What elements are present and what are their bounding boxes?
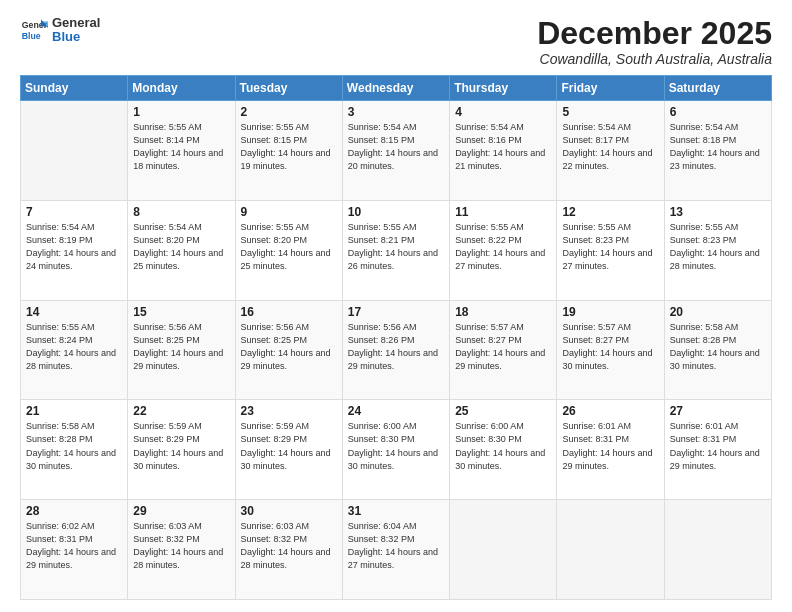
- day-number: 29: [133, 504, 229, 518]
- day-cell: 10 Sunrise: 5:55 AM Sunset: 8:21 PM Dayl…: [342, 200, 449, 300]
- day-cell: 25 Sunrise: 6:00 AM Sunset: 8:30 PM Dayl…: [450, 400, 557, 500]
- day-number: 20: [670, 305, 766, 319]
- day-number: 11: [455, 205, 551, 219]
- day-cell: 15 Sunrise: 5:56 AM Sunset: 8:25 PM Dayl…: [128, 300, 235, 400]
- sunset: Sunset: 8:15 PM: [348, 134, 444, 147]
- day-number: 2: [241, 105, 337, 119]
- sunrise: Sunrise: 6:00 AM: [348, 420, 444, 433]
- daylight: Daylight: 14 hours and 20 minutes.: [348, 147, 444, 173]
- day-info: Sunrise: 5:58 AM Sunset: 8:28 PM Dayligh…: [670, 321, 766, 373]
- day-info: Sunrise: 5:55 AM Sunset: 8:20 PM Dayligh…: [241, 221, 337, 273]
- daylight: Daylight: 14 hours and 28 minutes.: [241, 546, 337, 572]
- daylight: Daylight: 14 hours and 28 minutes.: [670, 247, 766, 273]
- sunset: Sunset: 8:32 PM: [133, 533, 229, 546]
- sunset: Sunset: 8:29 PM: [133, 433, 229, 446]
- day-cell: 23 Sunrise: 5:59 AM Sunset: 8:29 PM Dayl…: [235, 400, 342, 500]
- day-cell: 26 Sunrise: 6:01 AM Sunset: 8:31 PM Dayl…: [557, 400, 664, 500]
- day-cell: 17 Sunrise: 5:56 AM Sunset: 8:26 PM Dayl…: [342, 300, 449, 400]
- day-info: Sunrise: 6:02 AM Sunset: 8:31 PM Dayligh…: [26, 520, 122, 572]
- daylight: Daylight: 14 hours and 29 minutes.: [562, 447, 658, 473]
- day-cell: 28 Sunrise: 6:02 AM Sunset: 8:31 PM Dayl…: [21, 500, 128, 600]
- day-cell: 11 Sunrise: 5:55 AM Sunset: 8:22 PM Dayl…: [450, 200, 557, 300]
- day-cell: 13 Sunrise: 5:55 AM Sunset: 8:23 PM Dayl…: [664, 200, 771, 300]
- day-info: Sunrise: 5:56 AM Sunset: 8:25 PM Dayligh…: [133, 321, 229, 373]
- day-cell: 1 Sunrise: 5:55 AM Sunset: 8:14 PM Dayli…: [128, 101, 235, 201]
- daylight: Daylight: 14 hours and 23 minutes.: [670, 147, 766, 173]
- page: General Blue General Blue December 2025 …: [0, 0, 792, 612]
- day-info: Sunrise: 5:55 AM Sunset: 8:14 PM Dayligh…: [133, 121, 229, 173]
- daylight: Daylight: 14 hours and 28 minutes.: [26, 347, 122, 373]
- sunset: Sunset: 8:31 PM: [562, 433, 658, 446]
- week-row-4: 21 Sunrise: 5:58 AM Sunset: 8:28 PM Dayl…: [21, 400, 772, 500]
- day-number: 24: [348, 404, 444, 418]
- day-number: 26: [562, 404, 658, 418]
- sunrise: Sunrise: 5:55 AM: [670, 221, 766, 234]
- sunset: Sunset: 8:20 PM: [133, 234, 229, 247]
- main-title: December 2025: [537, 16, 772, 51]
- header: General Blue General Blue December 2025 …: [20, 16, 772, 67]
- sunset: Sunset: 8:30 PM: [455, 433, 551, 446]
- day-number: 17: [348, 305, 444, 319]
- weekday-header-row: SundayMondayTuesdayWednesdayThursdayFrid…: [21, 76, 772, 101]
- day-number: 31: [348, 504, 444, 518]
- day-cell: 2 Sunrise: 5:55 AM Sunset: 8:15 PM Dayli…: [235, 101, 342, 201]
- day-cell: 8 Sunrise: 5:54 AM Sunset: 8:20 PM Dayli…: [128, 200, 235, 300]
- sunset: Sunset: 8:22 PM: [455, 234, 551, 247]
- day-number: 9: [241, 205, 337, 219]
- sunrise: Sunrise: 5:55 AM: [241, 221, 337, 234]
- day-info: Sunrise: 5:54 AM Sunset: 8:17 PM Dayligh…: [562, 121, 658, 173]
- logo-icon: General Blue: [20, 16, 48, 44]
- sunset: Sunset: 8:17 PM: [562, 134, 658, 147]
- day-number: 10: [348, 205, 444, 219]
- sunset: Sunset: 8:28 PM: [670, 334, 766, 347]
- day-number: 22: [133, 404, 229, 418]
- day-number: 18: [455, 305, 551, 319]
- sunset: Sunset: 8:21 PM: [348, 234, 444, 247]
- daylight: Daylight: 14 hours and 25 minutes.: [241, 247, 337, 273]
- day-number: 8: [133, 205, 229, 219]
- day-info: Sunrise: 5:54 AM Sunset: 8:18 PM Dayligh…: [670, 121, 766, 173]
- sunrise: Sunrise: 5:57 AM: [455, 321, 551, 334]
- sunrise: Sunrise: 5:55 AM: [455, 221, 551, 234]
- sunrise: Sunrise: 5:55 AM: [562, 221, 658, 234]
- day-number: 1: [133, 105, 229, 119]
- sunset: Sunset: 8:27 PM: [562, 334, 658, 347]
- day-number: 3: [348, 105, 444, 119]
- day-cell: 9 Sunrise: 5:55 AM Sunset: 8:20 PM Dayli…: [235, 200, 342, 300]
- day-number: 21: [26, 404, 122, 418]
- sunset: Sunset: 8:32 PM: [348, 533, 444, 546]
- day-info: Sunrise: 6:03 AM Sunset: 8:32 PM Dayligh…: [241, 520, 337, 572]
- sunset: Sunset: 8:20 PM: [241, 234, 337, 247]
- weekday-header-wednesday: Wednesday: [342, 76, 449, 101]
- daylight: Daylight: 14 hours and 30 minutes.: [241, 447, 337, 473]
- day-cell: 31 Sunrise: 6:04 AM Sunset: 8:32 PM Dayl…: [342, 500, 449, 600]
- weekday-header-tuesday: Tuesday: [235, 76, 342, 101]
- sunset: Sunset: 8:32 PM: [241, 533, 337, 546]
- day-cell: 29 Sunrise: 6:03 AM Sunset: 8:32 PM Dayl…: [128, 500, 235, 600]
- daylight: Daylight: 14 hours and 27 minutes.: [562, 247, 658, 273]
- daylight: Daylight: 14 hours and 29 minutes.: [26, 546, 122, 572]
- daylight: Daylight: 14 hours and 30 minutes.: [26, 447, 122, 473]
- day-number: 5: [562, 105, 658, 119]
- daylight: Daylight: 14 hours and 27 minutes.: [348, 546, 444, 572]
- day-info: Sunrise: 6:01 AM Sunset: 8:31 PM Dayligh…: [670, 420, 766, 472]
- day-cell: [664, 500, 771, 600]
- day-cell: 16 Sunrise: 5:56 AM Sunset: 8:25 PM Dayl…: [235, 300, 342, 400]
- sunset: Sunset: 8:16 PM: [455, 134, 551, 147]
- sunrise: Sunrise: 5:54 AM: [133, 221, 229, 234]
- weekday-header-monday: Monday: [128, 76, 235, 101]
- sunrise: Sunrise: 5:55 AM: [241, 121, 337, 134]
- sunrise: Sunrise: 5:58 AM: [26, 420, 122, 433]
- logo-general: General: [52, 16, 100, 30]
- day-number: 25: [455, 404, 551, 418]
- sunset: Sunset: 8:23 PM: [562, 234, 658, 247]
- logo: General Blue General Blue: [20, 16, 100, 45]
- subtitle: Cowandilla, South Australia, Australia: [537, 51, 772, 67]
- day-info: Sunrise: 5:57 AM Sunset: 8:27 PM Dayligh…: [562, 321, 658, 373]
- day-number: 30: [241, 504, 337, 518]
- daylight: Daylight: 14 hours and 30 minutes.: [133, 447, 229, 473]
- sunrise: Sunrise: 5:54 AM: [26, 221, 122, 234]
- daylight: Daylight: 14 hours and 30 minutes.: [348, 447, 444, 473]
- daylight: Daylight: 14 hours and 30 minutes.: [455, 447, 551, 473]
- day-number: 19: [562, 305, 658, 319]
